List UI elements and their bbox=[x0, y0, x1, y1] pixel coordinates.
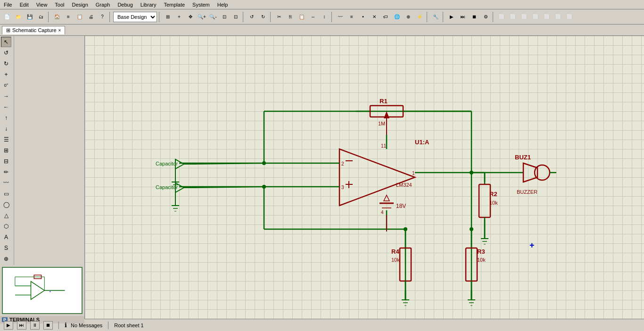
menu-tool[interactable]: Tool bbox=[53, 1, 66, 8]
bus-button[interactable]: ≡ bbox=[347, 12, 357, 22]
wire-tool[interactable]: 〰 bbox=[1, 178, 11, 188]
new-button[interactable]: 📄 bbox=[2, 12, 12, 22]
svg-text:10k: 10k bbox=[477, 257, 486, 263]
menu-view[interactable]: View bbox=[34, 1, 50, 8]
list-tool[interactable]: ☰ bbox=[1, 134, 11, 145]
extra5-button[interactable]: ⬜ bbox=[542, 12, 552, 22]
stop-button[interactable]: ⏹ bbox=[43, 321, 53, 330]
menu-edit[interactable]: Edit bbox=[18, 1, 31, 8]
zoom-area-button[interactable]: ⊡ bbox=[231, 12, 241, 22]
mirror-v-button[interactable]: ↕ bbox=[319, 12, 330, 22]
save-button[interactable]: 💾 bbox=[25, 12, 35, 22]
add-comp-button[interactable]: ⊕ bbox=[403, 12, 413, 22]
sim-run-button[interactable]: ▶ bbox=[446, 12, 457, 22]
noconn-button[interactable]: ✕ bbox=[369, 12, 380, 22]
pause-button[interactable]: ⏸ bbox=[30, 321, 40, 330]
add-tool[interactable]: + bbox=[1, 69, 11, 80]
undo-tool[interactable]: ↺ bbox=[1, 48, 11, 58]
sep2 bbox=[109, 12, 111, 22]
sep7 bbox=[427, 12, 429, 22]
extra1-button[interactable]: ⬜ bbox=[496, 12, 507, 22]
sim-step-button[interactable]: ⏭ bbox=[458, 12, 468, 22]
menu-bar: File Edit View Tool Design Graph Debug L… bbox=[0, 0, 644, 9]
junction-button[interactable]: • bbox=[358, 12, 368, 22]
extra6-button[interactable]: ⬜ bbox=[553, 12, 563, 22]
extra4-button[interactable]: ⬜ bbox=[530, 12, 541, 22]
label-button[interactable]: 🏷 bbox=[380, 12, 391, 22]
play-button[interactable]: ▶ bbox=[4, 321, 13, 330]
paste-button[interactable]: 📋 bbox=[297, 12, 307, 22]
menu-library[interactable]: Library bbox=[139, 1, 158, 8]
bom-button[interactable]: 📋 bbox=[74, 12, 85, 22]
netlist-button[interactable]: ≡ bbox=[63, 12, 74, 22]
select-tool[interactable]: ↖ bbox=[1, 37, 11, 47]
svg-marker-55 bbox=[384, 195, 389, 201]
menu-design[interactable]: Design bbox=[70, 1, 90, 8]
svg-text:1M: 1M bbox=[378, 121, 385, 126]
redo-button[interactable]: ↻ bbox=[258, 12, 268, 22]
redo-tool[interactable]: ↻ bbox=[1, 58, 11, 69]
text-tool[interactable]: A bbox=[1, 232, 11, 242]
grid-button[interactable]: ⊞ bbox=[163, 12, 173, 22]
add-power-button[interactable]: ⚡ bbox=[414, 12, 425, 22]
global-button[interactable]: 🌐 bbox=[392, 12, 402, 22]
home-button[interactable]: 🏠 bbox=[52, 12, 62, 22]
svg-text:10k: 10k bbox=[489, 200, 498, 206]
mirror-h-button[interactable]: ↔ bbox=[308, 12, 318, 22]
extra3-button[interactable]: ⬜ bbox=[519, 12, 529, 22]
help-btn2[interactable]: ? bbox=[97, 12, 107, 22]
sim-stop-button[interactable]: ⏹ bbox=[469, 12, 479, 22]
plus-tool[interactable]: ⊕ bbox=[1, 254, 11, 264]
status-bar: ▶ ⏭ ⏸ ⏹ ℹ No Messages Root sheet 1 bbox=[0, 319, 644, 331]
pan-button[interactable]: ✥ bbox=[185, 12, 196, 22]
pin-right-tool[interactable]: → bbox=[1, 91, 11, 101]
svg-text:4: 4 bbox=[381, 210, 384, 215]
print-button[interactable]: 🖨 bbox=[86, 12, 96, 22]
hex-tool[interactable]: ⬡ bbox=[1, 221, 11, 232]
svg-text:U1:A: U1:A bbox=[415, 139, 429, 146]
circle-tool[interactable]: ◯ bbox=[1, 199, 11, 210]
pin-down-tool[interactable]: ↓ bbox=[1, 124, 11, 134]
svg-text:11: 11 bbox=[381, 143, 387, 149]
pin-up-tool[interactable]: ↑ bbox=[1, 113, 11, 123]
pin-left-tool[interactable]: ← bbox=[1, 102, 11, 112]
schematic-canvas[interactable]: R1 1M U1:A LM324 11 bbox=[85, 36, 644, 319]
svg-text:BUZZER: BUZZER bbox=[517, 189, 537, 195]
menu-debug[interactable]: Debug bbox=[116, 1, 134, 8]
bus-tool[interactable]: S bbox=[1, 243, 11, 253]
menu-system[interactable]: System bbox=[190, 1, 212, 8]
status-sep1 bbox=[58, 322, 59, 329]
saveall-button[interactable]: 🗂 bbox=[36, 12, 46, 22]
canvas-area[interactable]: R1 1M U1:A LM324 11 bbox=[85, 36, 644, 319]
pencil-tool[interactable]: ✏ bbox=[1, 167, 11, 177]
zoom-out-tool[interactable]: ⊟ bbox=[1, 156, 11, 166]
copy-button[interactable]: ⎘ bbox=[285, 12, 296, 22]
svg-rect-0 bbox=[6, 268, 79, 313]
zoom-in-button[interactable]: 🔍+ bbox=[197, 12, 207, 22]
menu-file[interactable]: File bbox=[2, 1, 14, 8]
step-button[interactable]: ⏭ bbox=[17, 321, 26, 330]
cut-button[interactable]: ✂ bbox=[274, 12, 284, 22]
undo-button[interactable]: ↺ bbox=[247, 12, 257, 22]
schematic-tab[interactable]: ⊞ Schematic Capture × bbox=[2, 26, 65, 34]
tool-palette: ↖ ↺ ↻ + 0° → ← ↑ ↓ ☰ ⊞ ⊟ ✏ 〰 ▭ ◯ △ ⬡ A S bbox=[0, 36, 14, 265]
design-dropdown[interactable]: Base Design bbox=[113, 12, 157, 22]
inspect-button[interactable]: 🔧 bbox=[430, 12, 441, 22]
svg-text:BUZ1: BUZ1 bbox=[515, 154, 531, 161]
zoom-in-tool[interactable]: ⊞ bbox=[1, 145, 11, 156]
rect-tool[interactable]: ▭ bbox=[1, 189, 11, 199]
extra2-button[interactable]: ⬜ bbox=[508, 12, 518, 22]
zoom-out-button[interactable]: 🔍- bbox=[208, 12, 218, 22]
menu-help[interactable]: Help bbox=[215, 1, 230, 8]
menu-template[interactable]: Template bbox=[162, 1, 187, 8]
zoom-fit-button[interactable]: ⊡ bbox=[219, 12, 230, 22]
wire-button[interactable]: 〰 bbox=[335, 12, 346, 22]
sim-options-button[interactable]: ⚙ bbox=[480, 12, 491, 22]
crosshair-button[interactable]: + bbox=[174, 12, 184, 22]
open-button[interactable]: 📁 bbox=[13, 12, 24, 22]
extra7-button[interactable]: ⬜ bbox=[564, 12, 575, 22]
svg-text:3: 3 bbox=[341, 185, 344, 190]
menu-graph[interactable]: Graph bbox=[94, 1, 112, 8]
tri-tool[interactable]: △ bbox=[1, 210, 11, 221]
tab-close-button[interactable]: × bbox=[58, 28, 61, 33]
